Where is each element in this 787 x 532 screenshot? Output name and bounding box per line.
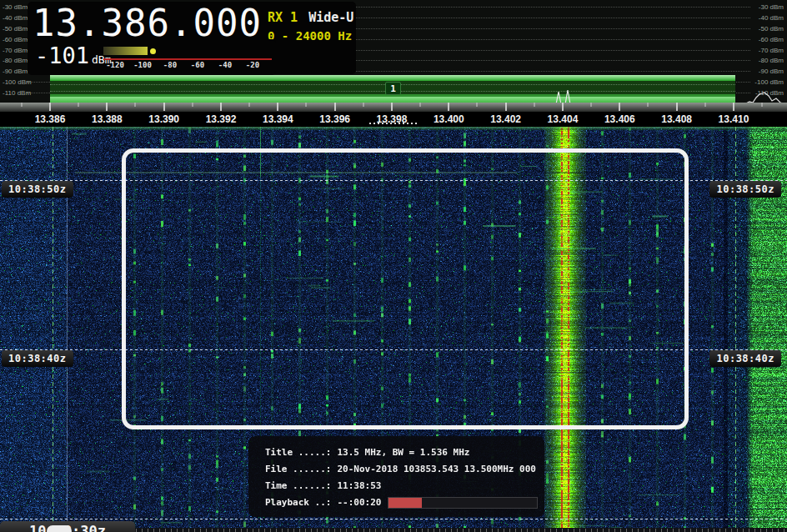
- frequency-tick: [505, 103, 507, 111]
- frequency-scale-label[interactable]: 13.402: [490, 113, 521, 125]
- band-bar-top-stripe: [50, 75, 735, 81]
- meter-scale-label: -80: [163, 61, 177, 69]
- frequency-tick: [49, 103, 51, 111]
- info-row-playback: Playback ..:--:00:20: [265, 497, 544, 514]
- frequency-tick: [562, 103, 564, 111]
- frequency-scale-label[interactable]: 13.390: [148, 113, 179, 125]
- frequency-tick-minor: [305, 103, 307, 107]
- frequency-scale-label[interactable]: 13.406: [604, 113, 635, 125]
- dbm-axis-label: -70 dBm: [3, 47, 28, 54]
- dbm-axis-label: -90 dBm: [3, 68, 28, 75]
- dbm-axis-label: -50 dBm: [759, 25, 784, 33]
- frequency-tick: [619, 103, 620, 111]
- info-value: 20-Nov-2018 103853.543 13.500MHz 000: [337, 464, 535, 474]
- frequency-tick-minor: [419, 103, 421, 107]
- frequency-scale-ticks[interactable]: [0, 103, 787, 112]
- frequency-tick-minor: [590, 103, 592, 107]
- frequency-scale-label[interactable]: 13.386: [35, 113, 66, 125]
- dbm-axis-label: -50 dBm: [3, 25, 28, 33]
- time-label: 10:38:50z: [709, 181, 781, 198]
- band-bar-bottom-stripe: [50, 97, 735, 103]
- frequency-tick-minor: [78, 103, 79, 107]
- scrollbar-thumb[interactable]: [47, 525, 72, 532]
- frequency-tick: [733, 103, 734, 111]
- frequency-scale-label[interactable]: 13.408: [661, 113, 692, 125]
- dbm-axis-label: -100 dBm: [3, 78, 32, 86]
- dbm-axis-label: -90 dBm: [759, 68, 784, 75]
- signal-meter-axis-line: [103, 58, 272, 60]
- frequency-scale-label[interactable]: 13.394: [263, 113, 293, 125]
- signal-meter-bar: [103, 47, 148, 55]
- meter-scale-label: -100: [133, 61, 152, 69]
- playback-progress-fill: [388, 498, 421, 508]
- frequency-tick: [106, 103, 108, 111]
- dbm-axis-label: -110 dBm: [3, 89, 31, 97]
- time-label: 10:38:40z: [709, 350, 781, 367]
- bandwidth-range-label: 0 - 24000 Hz: [268, 29, 352, 43]
- rx-span-marker: [369, 123, 419, 124]
- frequency-tick: [676, 103, 678, 111]
- time-label: 10:38:40z: [2, 350, 73, 367]
- frequency-scale-label[interactable]: 13.404: [548, 113, 579, 125]
- info-value: 13.5 MHz, BW = 1.536 MHz: [337, 447, 469, 458]
- dbm-axis-label: -80 dBm: [759, 57, 784, 64]
- frequency-scale-label[interactable]: 13.400: [434, 113, 464, 125]
- frequency-tick: [277, 103, 278, 111]
- rx-band-marker[interactable]: 1: [385, 82, 401, 95]
- frequency-tick-minor: [363, 103, 364, 107]
- frequency-tick-minor: [21, 103, 23, 107]
- frequency-tick-minor: [534, 103, 535, 107]
- signal-level-value: -101: [35, 43, 89, 68]
- meter-scale-label: -20: [246, 61, 259, 69]
- info-label: File ......:: [265, 464, 331, 474]
- dbm-axis-label: -60 dBm: [759, 36, 784, 43]
- info-value: --:00:20: [337, 497, 381, 508]
- info-value: 11:38:53: [337, 480, 381, 491]
- info-label: Time ......:: [265, 480, 331, 491]
- frequency-tick-minor: [192, 103, 193, 107]
- signal-meter-dot-icon: [150, 48, 156, 54]
- mode-label[interactable]: Wide-U: [308, 10, 353, 25]
- info-label: Playback ..:: [265, 497, 331, 508]
- frequency-tick: [220, 103, 222, 111]
- frequency-scale-labels[interactable]: 13.38613.38813.39013.39213.39413.39613.3…: [0, 112, 787, 127]
- info-row: Time ......:11:38:53: [265, 480, 544, 497]
- frequency-tick-minor: [704, 103, 706, 107]
- frequency-tick: [163, 103, 165, 111]
- info-row: Title .....:13.5 MHz, BW = 1.536 MHz: [265, 447, 544, 464]
- playback-progress-bar: [388, 497, 538, 509]
- selection-rectangle[interactable]: [122, 148, 689, 429]
- frequency-tick: [391, 103, 393, 111]
- meter-scale-label: -120: [106, 61, 124, 69]
- frequency-tick-minor: [476, 103, 478, 107]
- frequency-tick-minor: [134, 103, 136, 107]
- dbm-axis-label: -30 dBm: [759, 3, 784, 11]
- dbm-axis-label: -100 dBm: [754, 78, 784, 86]
- frequency-scale-label[interactable]: 13.396: [319, 113, 350, 125]
- frequency-tick-minor: [761, 103, 763, 107]
- spectrum-panel: -30 dBm-30 dBm-40 dBm-40 dBm-50 dBm-50 d…: [0, 0, 787, 127]
- dbm-axis-label: -40 dBm: [759, 14, 784, 22]
- time-label: 10:38:50z: [2, 181, 73, 198]
- frequency-scale-label[interactable]: 13.392: [206, 113, 237, 125]
- frequency-tick-minor: [248, 103, 250, 107]
- dbm-axis-label: -80 dBm: [3, 57, 28, 64]
- dbm-axis-label: -60 dBm: [3, 36, 28, 43]
- frequency-tick: [448, 103, 449, 111]
- frequency-tick: [334, 103, 336, 111]
- dbm-axis-label: -70 dBm: [759, 47, 784, 54]
- info-row: File ......:20-Nov-2018 103853.543 13.50…: [265, 464, 544, 480]
- signal-meter-panel: -101 dBm -120-100-80-60-40-20: [28, 39, 276, 75]
- dbm-axis-label: -40 dBm: [3, 14, 28, 22]
- band-overview-bar[interactable]: 1: [50, 75, 735, 103]
- rx-mode-line: RX 1Wide-U: [268, 10, 353, 25]
- recording-info-box: Title .....:13.5 MHz, BW = 1.536 MHzFile…: [248, 436, 544, 517]
- meter-scale-label: -40: [218, 61, 232, 69]
- frequency-tick-minor: [647, 103, 649, 107]
- frequency-scale-label[interactable]: 13.388: [92, 113, 123, 125]
- frequency-scale-label[interactable]: 13.410: [719, 113, 749, 125]
- meter-scale-label: -60: [191, 61, 204, 69]
- rx-label: RX 1: [268, 10, 298, 25]
- dbm-axis-label: -30 dBm: [3, 3, 28, 11]
- info-label: Title .....:: [265, 447, 331, 458]
